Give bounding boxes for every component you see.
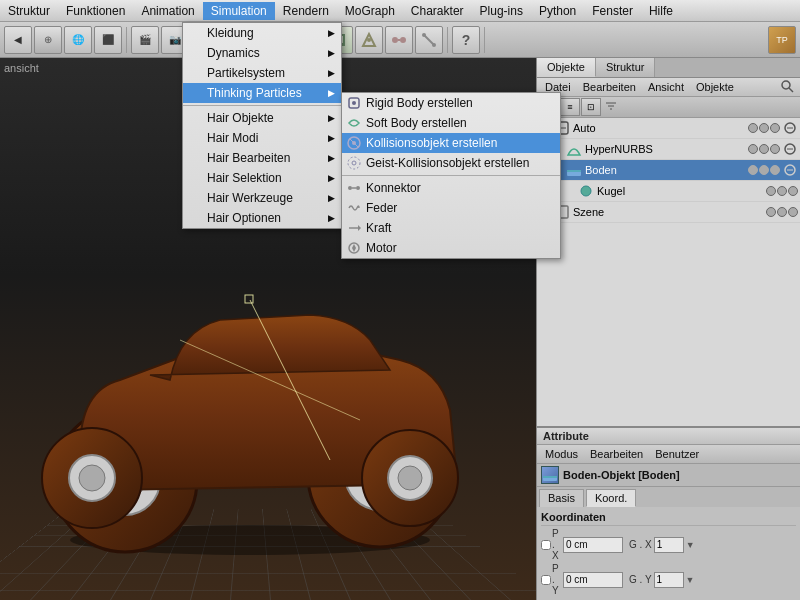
panel-menu-objekte[interactable]: Objekte xyxy=(690,79,740,95)
menubar: Struktur Funktionen Animation Simulation… xyxy=(0,0,800,22)
menu-simulation[interactable]: Simulation xyxy=(203,2,275,20)
attributes-panel: Attribute Modus Bearbeiten Benutzer Bode… xyxy=(537,427,800,600)
tp-konnektor[interactable]: Konnektor xyxy=(342,178,560,198)
menu-hilfe[interactable]: Hilfe xyxy=(641,2,681,20)
tp-kollision[interactable]: Kollisionsobjekt erstellen xyxy=(342,133,560,153)
menu-plugins[interactable]: Plug-ins xyxy=(472,2,531,20)
menu-hair-objekte[interactable]: Hair Objekte xyxy=(183,108,341,128)
coord-g-input-x[interactable] xyxy=(654,537,684,553)
panel-menu-ansicht[interactable]: Ansicht xyxy=(642,79,690,95)
coord-arrow-y[interactable]: ▼ xyxy=(686,575,695,585)
tp-feder[interactable]: Feder xyxy=(342,198,560,218)
tree-dot-3 xyxy=(770,123,780,133)
menu-hair-selektion[interactable]: Hair Selektion xyxy=(183,168,341,188)
toolbar-question[interactable]: ? xyxy=(452,26,480,54)
tab-struktur[interactable]: Struktur xyxy=(596,58,656,77)
tp-rigid-body[interactable]: Rigid Body erstellen xyxy=(342,93,560,113)
coord-input-px[interactable] xyxy=(563,537,623,553)
tree-dots-boden xyxy=(748,165,780,175)
object-tree[interactable]: ▼ Auto ▶ HyperNURBS xyxy=(537,118,800,427)
coord-check-py[interactable] xyxy=(541,575,551,585)
sep-1 xyxy=(183,105,341,106)
toolbar-btn-5[interactable]: 🎬 xyxy=(131,26,159,54)
attr-tab-basis[interactable]: Basis xyxy=(539,489,584,507)
svg-point-55 xyxy=(352,161,356,165)
car-model xyxy=(20,220,480,560)
geist-kollision-icon xyxy=(346,155,362,171)
menu-mograph[interactable]: MoGraph xyxy=(337,2,403,20)
toolbar-sim-3[interactable] xyxy=(355,26,383,54)
tree-toggle-auto[interactable] xyxy=(782,120,798,136)
attr-menu-modus[interactable]: Modus xyxy=(539,446,584,462)
coord-input-py[interactable] xyxy=(563,572,623,588)
tp-motor[interactable]: Motor xyxy=(342,238,560,258)
tree-dot-k1 xyxy=(766,186,776,196)
tree-dot-b2 xyxy=(759,165,769,175)
tree-label-kugel: Kugel xyxy=(597,185,766,197)
menu-fenster[interactable]: Fenster xyxy=(584,2,641,20)
panel-tool-3[interactable]: ⊡ xyxy=(581,98,601,116)
simulation-dropdown: Kleidung Dynamics Partikelsystem Thinkin… xyxy=(182,22,342,229)
coord-g-label-x: G . X xyxy=(629,539,652,550)
menu-hair-bearbeiten[interactable]: Hair Bearbeiten xyxy=(183,148,341,168)
tree-dot-b3 xyxy=(770,165,780,175)
menu-charakter[interactable]: Charakter xyxy=(403,2,472,20)
menu-hair-werkzeuge[interactable]: Hair Werkzeuge xyxy=(183,188,341,208)
coord-label-px: P . X xyxy=(541,528,561,561)
tree-dot-k3 xyxy=(788,186,798,196)
svg-point-13 xyxy=(432,43,436,47)
konnektor-icon xyxy=(346,180,362,196)
panel-menubar: Datei Bearbeiten Ansicht Objekte xyxy=(537,78,800,97)
menu-hair-modi[interactable]: Hair Modi xyxy=(183,128,341,148)
toolbar-btn-3[interactable]: 🌐 xyxy=(64,26,92,54)
tree-dot-s3 xyxy=(788,207,798,217)
attr-menu-benutzer[interactable]: Benutzer xyxy=(649,446,705,462)
menu-thinking-particles[interactable]: Thinking Particles xyxy=(183,83,341,103)
tab-objekte[interactable]: Objekte xyxy=(537,58,596,77)
tp-kraft[interactable]: Kraft xyxy=(342,218,560,238)
svg-point-57 xyxy=(356,186,360,190)
tree-item-boden[interactable]: Boden xyxy=(537,160,800,181)
toolbar-btn-2[interactable]: ⊕ xyxy=(34,26,62,54)
menu-python[interactable]: Python xyxy=(531,2,584,20)
toolbar-right-1[interactable]: TP xyxy=(768,26,796,54)
hair-selektion-icon xyxy=(187,170,203,186)
svg-point-7 xyxy=(367,38,371,42)
toolbar-sim-5[interactable] xyxy=(415,26,443,54)
menu-hair-optionen[interactable]: Hair Optionen xyxy=(183,208,341,228)
tp-geist-kollision[interactable]: Geist-Kollisionsobjekt erstellen xyxy=(342,153,560,173)
tree-item-kugel[interactable]: Kugel xyxy=(537,181,800,202)
tree-dot-n2 xyxy=(759,144,769,154)
menu-animation[interactable]: Animation xyxy=(133,2,202,20)
tp-soft-body[interactable]: Soft Body erstellen xyxy=(342,113,560,133)
tree-item-hypernurbs[interactable]: ▶ HyperNURBS xyxy=(537,139,800,160)
svg-line-11 xyxy=(424,35,434,45)
tree-toggle-nurbs[interactable] xyxy=(782,141,798,157)
panel-menu-bearbeiten[interactable]: Bearbeiten xyxy=(577,79,642,95)
menu-kleidung[interactable]: Kleidung xyxy=(183,23,341,43)
menu-funktionen[interactable]: Funktionen xyxy=(58,2,133,20)
tree-item-szene[interactable]: ▼ Szene xyxy=(537,202,800,223)
attr-tab-koord[interactable]: Koord. xyxy=(586,489,636,507)
tree-toggle-boden[interactable] xyxy=(782,162,798,178)
coord-check-px[interactable] xyxy=(541,540,551,550)
panel-tool-2[interactable]: ≡ xyxy=(560,98,580,116)
toolbar-btn-1[interactable]: ◀ xyxy=(4,26,32,54)
toolbar-btn-4[interactable]: ⬛ xyxy=(94,26,122,54)
toolbar-sim-4[interactable] xyxy=(385,26,413,54)
menu-struktur[interactable]: Struktur xyxy=(0,2,58,20)
coord-arrow-x[interactable]: ▼ xyxy=(686,540,695,550)
menu-partikelsystem[interactable]: Partikelsystem xyxy=(183,63,341,83)
svg-point-56 xyxy=(348,186,352,190)
feder-icon xyxy=(346,200,362,216)
partikelsystem-icon xyxy=(187,65,203,81)
attr-menu-bearbeiten[interactable]: Bearbeiten xyxy=(584,446,649,462)
svg-rect-48 xyxy=(543,476,557,478)
menu-rendern[interactable]: Rendern xyxy=(275,2,337,20)
menu-dynamics[interactable]: Dynamics xyxy=(183,43,341,63)
tree-item-auto[interactable]: ▼ Auto xyxy=(537,118,800,139)
panel-toolbar: ⊕ ≡ ⊡ xyxy=(537,97,800,118)
attr-header: Attribute xyxy=(537,428,800,445)
coord-g-input-y[interactable] xyxy=(654,572,684,588)
panel-tool-filter-icon xyxy=(604,99,618,113)
